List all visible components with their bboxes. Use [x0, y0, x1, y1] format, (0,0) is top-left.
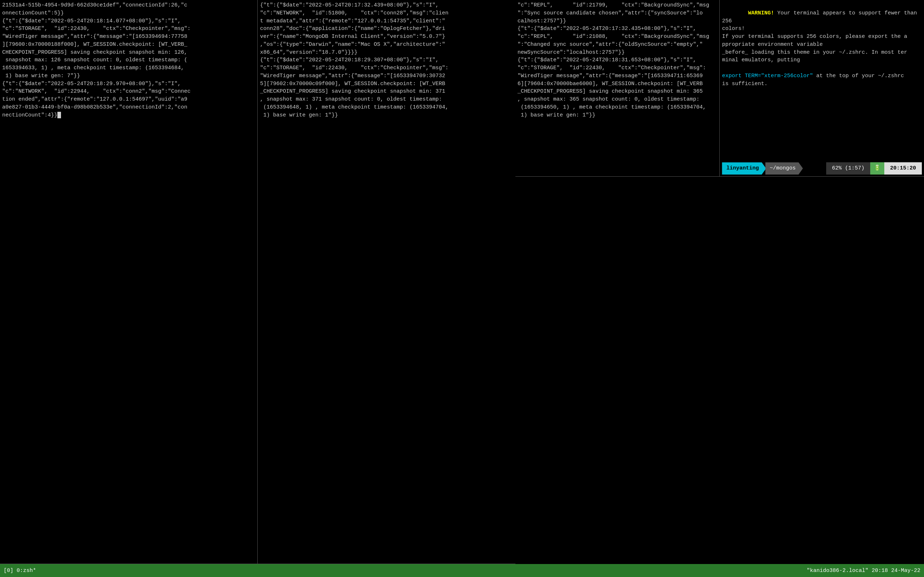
- warning-text: Your terminal appears to support fewer t…: [722, 10, 920, 63]
- top-row: 21531a4-515b-4954-9d9d-662d30ce1def","co…: [0, 0, 515, 564]
- prompt-bar: linyanting ~/mongos 62% (1:57) 🔋 20:15:2…: [722, 162, 922, 175]
- prompt-path: ~/mongos: [765, 162, 803, 174]
- bottom-right-pane[interactable]: WARNING! Your terminal appears to suppor…: [720, 0, 924, 176]
- warning-label: WARNING!: [748, 10, 774, 16]
- bottom-left-pane[interactable]: "c":"REPL", "id":21799, "ctx":"Backgroun…: [515, 0, 720, 176]
- top-left-pane[interactable]: 21531a4-515b-4954-9d9d-662d30ce1def","co…: [0, 0, 258, 564]
- status-right: "kanido386-2.local" 20:18 24-May-22: [807, 567, 921, 574]
- tmux-session-label: [0] 0:zsh*: [3, 567, 36, 574]
- bottom-right-text: WARNING! Your terminal appears to suppor…: [722, 2, 922, 162]
- status-left: [0] 0:zsh*: [3, 567, 36, 574]
- bottom-row: "c":"REPL", "id":21799, "ctx":"Backgroun…: [515, 0, 924, 177]
- terminal-main: 21531a4-515b-4954-9d9d-662d30ce1def","co…: [0, 0, 924, 564]
- cursor: [57, 112, 61, 118]
- scroll-percent: 62% (1:57): [826, 162, 870, 174]
- prompt-user: linyanting: [722, 162, 766, 174]
- status-bar: [0] 0:zsh* "kanido386-2.local" 20:18 24-…: [0, 564, 924, 577]
- clock-display: 20:15:20: [884, 162, 922, 174]
- export-command: export TERM="xterm-256color": [722, 73, 813, 79]
- time-label: 20:18 24-May-22: [868, 567, 921, 574]
- hostname-label: "kanido386-2.local": [807, 567, 868, 574]
- battery-indicator: 🔋: [870, 162, 884, 174]
- top-right-pane[interactable]: {"t":{"$date":"2022-05-24T20:17:32.439+0…: [258, 0, 515, 564]
